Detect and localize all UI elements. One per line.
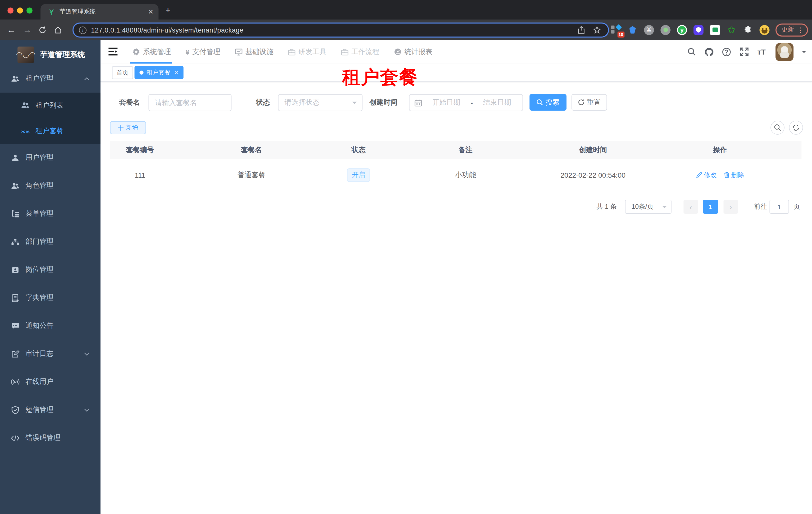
extension-gem-icon[interactable] bbox=[627, 24, 638, 35]
refresh-table-button[interactable] bbox=[789, 120, 803, 135]
edit-link-label: 修改 bbox=[704, 170, 717, 180]
tag-close-icon[interactable]: ✕ bbox=[174, 69, 178, 76]
browser-update-button[interactable]: 更新 ⋮ bbox=[776, 23, 808, 36]
site-info-icon[interactable]: i bbox=[79, 26, 87, 34]
date-start-placeholder[interactable]: 开始日期 bbox=[426, 98, 466, 107]
search-icon[interactable] bbox=[687, 47, 696, 56]
zoom-window-button[interactable] bbox=[27, 7, 32, 13]
top-menu-workflow[interactable]: 工作流程 bbox=[341, 40, 379, 63]
chevron-up-icon bbox=[84, 77, 89, 80]
minimize-window-button[interactable] bbox=[17, 7, 23, 13]
sidebar-item-dept-management[interactable]: 部门管理 bbox=[0, 228, 100, 256]
package-table: 套餐编号 套餐名 状态 备注 创建时间 操作 111 普通套餐 开启 小功能 2… bbox=[110, 141, 802, 191]
next-page-button[interactable]: › bbox=[724, 200, 738, 214]
extension-y-icon[interactable]: y bbox=[676, 24, 688, 35]
extension-star-icon[interactable]: ✩ bbox=[726, 24, 737, 35]
tags-view-bar: 首页 租户套餐 ✕ bbox=[100, 63, 812, 82]
close-window-button[interactable] bbox=[7, 7, 13, 13]
tag-label: 首页 bbox=[116, 68, 128, 77]
sidebar-item-label: 角色管理 bbox=[26, 181, 54, 190]
sidebar-item-label: 审计日志 bbox=[26, 349, 54, 358]
tag-home[interactable]: 首页 bbox=[112, 66, 133, 79]
browser-tabstrip: 芋道管理系统 ✕ + bbox=[0, 0, 812, 20]
page-size-label: 10条/页 bbox=[632, 202, 654, 211]
profile-avatar-icon[interactable] bbox=[759, 24, 770, 35]
table-header-row: 套餐编号 套餐名 状态 备注 创建时间 操作 bbox=[110, 141, 802, 159]
top-menu-system[interactable]: 系统管理 bbox=[133, 40, 171, 63]
sidebar-item-tenant-list[interactable]: 租户列表 bbox=[0, 92, 100, 118]
sidebar-logo-row[interactable]: ◠◡◠ 芋道管理系统 bbox=[0, 43, 100, 66]
sidebar-item-tenant-package[interactable]: 租户套餐 bbox=[0, 118, 100, 144]
sidebar-item-role-management[interactable]: 角色管理 bbox=[0, 172, 100, 200]
date-end-placeholder[interactable]: 结束日期 bbox=[477, 98, 518, 107]
github-icon[interactable] bbox=[704, 47, 714, 56]
top-menu-infrastructure[interactable]: 基础设施 bbox=[235, 40, 273, 63]
top-menu-dev-tools[interactable]: 研发工具 bbox=[288, 40, 326, 63]
status-select[interactable]: 请选择状态 bbox=[278, 94, 362, 111]
add-button[interactable]: 新增 bbox=[110, 121, 146, 134]
top-menu-payment[interactable]: ¥ 支付管理 bbox=[185, 40, 221, 63]
bookmark-star-icon[interactable] bbox=[593, 26, 601, 34]
home-button[interactable] bbox=[54, 26, 62, 34]
tag-tenant-package[interactable]: 租户套餐 ✕ bbox=[135, 66, 183, 79]
extensions-row: 10 ⌘ y ✩ 更新 ⋮ bbox=[610, 20, 808, 40]
tab-close-icon[interactable]: ✕ bbox=[148, 8, 153, 15]
fullscreen-icon[interactable] bbox=[740, 47, 749, 56]
extension-shield-icon[interactable] bbox=[693, 24, 704, 35]
browser-tab[interactable]: 芋道管理系统 ✕ bbox=[40, 4, 158, 20]
show-search-toggle-button[interactable] bbox=[771, 120, 784, 135]
table-row[interactable]: 111 普通套餐 开启 小功能 2022-02-22 00:54:00 修改 bbox=[110, 159, 802, 191]
top-menu-label: 支付管理 bbox=[193, 47, 221, 56]
org-tree-icon bbox=[11, 238, 20, 246]
page-size-select[interactable]: 10条/页 bbox=[625, 200, 671, 214]
sidebar-item-sms-management[interactable]: 短信管理 bbox=[0, 396, 100, 424]
sidebar-collapse-icon[interactable] bbox=[109, 48, 117, 56]
sidebar-item-post-management[interactable]: 岗位管理 bbox=[0, 256, 100, 284]
edit-link[interactable]: 修改 bbox=[696, 170, 717, 180]
sidebar-item-label: 岗位管理 bbox=[26, 265, 54, 274]
help-icon[interactable] bbox=[722, 47, 731, 56]
reset-button-label: 重置 bbox=[587, 98, 601, 107]
extension-blocks-icon[interactable]: 10 bbox=[610, 24, 621, 35]
pagination: 共 1 条 10条/页 ‹ 1 › 前往 页 bbox=[100, 200, 802, 214]
extension-record-icon[interactable] bbox=[660, 24, 671, 35]
col-header-status: 状态 bbox=[351, 145, 366, 154]
prev-page-button[interactable]: ‹ bbox=[684, 200, 698, 214]
top-navbar: 系统管理 ¥ 支付管理 基础设施 bbox=[100, 40, 812, 63]
sidebar-item-online-users[interactable]: 在线用户 bbox=[0, 368, 100, 396]
top-menu-reports[interactable]: 统计报表 bbox=[394, 40, 433, 63]
extension-chat-icon[interactable] bbox=[709, 24, 721, 35]
users-icon bbox=[11, 182, 20, 190]
back-button[interactable]: ← bbox=[7, 26, 16, 34]
search-button[interactable]: 搜索 bbox=[529, 94, 567, 111]
user-avatar[interactable] bbox=[776, 43, 793, 61]
sidebar-item-error-code[interactable]: 错误码管理 bbox=[0, 424, 100, 452]
sidebar-item-tenant-management[interactable]: 租户管理 bbox=[0, 64, 100, 92]
sidebar-item-label: 租户列表 bbox=[35, 101, 63, 110]
share-icon[interactable] bbox=[578, 26, 585, 34]
date-range-picker[interactable]: 开始日期 - 结束日期 bbox=[409, 94, 523, 111]
top-menu: 系统管理 ¥ 支付管理 基础设施 bbox=[133, 40, 433, 63]
extension-command-icon[interactable]: ⌘ bbox=[643, 24, 655, 35]
delete-link[interactable]: 删除 bbox=[724, 170, 744, 180]
goto-page-input[interactable] bbox=[770, 200, 788, 213]
browser-menu-dots-icon[interactable]: ⋮ bbox=[797, 26, 804, 34]
avatar-caret-icon[interactable] bbox=[802, 51, 806, 55]
extensions-puzzle-icon[interactable] bbox=[743, 24, 754, 35]
reset-button[interactable]: 重置 bbox=[572, 94, 607, 111]
forward-button[interactable]: → bbox=[23, 26, 31, 34]
sidebar-item-notice[interactable]: 通知公告 bbox=[0, 312, 100, 340]
url-bar[interactable]: i 127.0.0.1:48080/admin-ui/system/tenant… bbox=[72, 23, 609, 37]
current-page-button[interactable]: 1 bbox=[703, 200, 718, 214]
sidebar-item-dict-management[interactable]: 字典管理 bbox=[0, 284, 100, 312]
package-name-input[interactable] bbox=[149, 94, 231, 111]
reload-button[interactable] bbox=[38, 26, 47, 34]
top-menu-label: 工作流程 bbox=[351, 47, 379, 56]
new-tab-button[interactable]: + bbox=[166, 5, 171, 16]
sidebar-item-user-management[interactable]: 用户管理 bbox=[0, 144, 100, 172]
sidebar-item-label: 租户管理 bbox=[26, 74, 54, 83]
sidebar-item-menu-management[interactable]: 菜单管理 bbox=[0, 200, 100, 228]
sidebar-item-audit-log[interactable]: 审计日志 bbox=[0, 340, 100, 368]
magnifier-icon bbox=[774, 124, 781, 131]
font-size-icon[interactable]: ᴛT bbox=[757, 47, 766, 56]
